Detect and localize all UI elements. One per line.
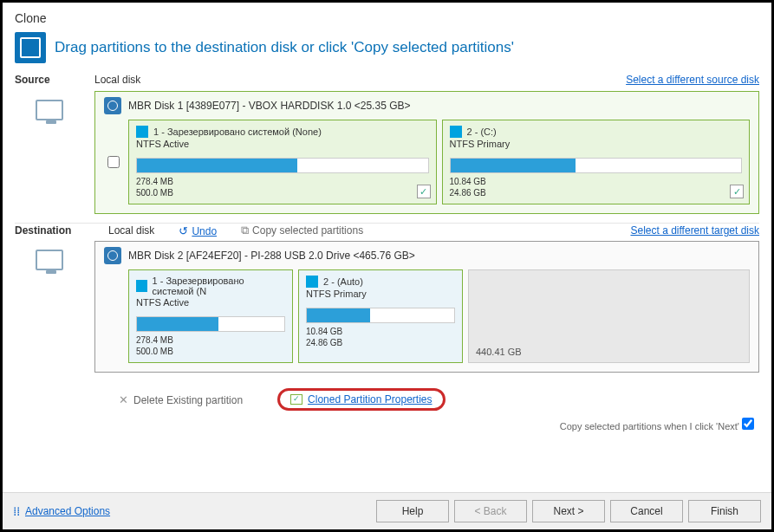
- back-button[interactable]: < Back: [454, 500, 527, 522]
- banner-text: Drag partitions to the destination disk …: [55, 39, 514, 56]
- destination-actions: ✕Delete Existing partition Cloned Partit…: [3, 381, 771, 412]
- partition-stats: 10.84 GB24.86 GB: [306, 327, 455, 348]
- partition-title: 1 - Зарезервировано системой (N: [153, 276, 285, 296]
- usage-bar: [136, 158, 429, 173]
- select-source-link[interactable]: Select a different source disk: [626, 74, 759, 86]
- windows-icon: [306, 276, 318, 288]
- partition-fs: NTFS Active: [136, 297, 285, 308]
- partition-stats: 278.4 MB500.0 MB: [136, 335, 285, 357]
- windows-icon: [136, 280, 147, 292]
- source-sub: Local disk: [94, 74, 140, 86]
- monitor-icon: [36, 250, 63, 270]
- destination-disk-title: MBR Disk 2 [AF24EF20] - PI-288 USB 2.0 D…: [104, 247, 750, 269]
- usage-bar: [136, 316, 285, 332]
- finish-button[interactable]: Finish: [688, 500, 761, 522]
- copy-hint: Copy selected partitions when I click 'N…: [3, 412, 771, 431]
- select-all-checkbox[interactable]: [107, 156, 120, 168]
- partition-title: 1 - Зарезервировано системой (None): [153, 127, 322, 137]
- usage-bar: [306, 308, 455, 323]
- destination-partition-2[interactable]: 2 - (Auto) NTFS Primary 10.84 GB24.86 GB: [298, 269, 463, 363]
- advanced-options-link[interactable]: Advanced Options: [25, 505, 110, 517]
- windows-icon: [136, 126, 148, 138]
- source-body: MBR Disk 1 [4389E077] - VBOX HARDDISK 1.…: [3, 88, 771, 223]
- copy-icon: ⧉: [241, 224, 249, 237]
- delete-existing-link[interactable]: ✕Delete Existing partition: [119, 393, 243, 406]
- partition-checked-icon[interactable]: ✓: [730, 185, 744, 198]
- partition-fs: NTFS Active: [136, 139, 429, 149]
- source-label: Source: [15, 74, 84, 86]
- copy-selected-link[interactable]: ⧉Copy selected partitions: [241, 224, 363, 237]
- hdd-icon: [104, 97, 121, 114]
- footer: ⁞⁞ Advanced Options Help < Back Next > C…: [3, 492, 771, 529]
- banner: Drag partitions to the destination disk …: [3, 29, 771, 72]
- source-disk-panel: MBR Disk 1 [4389E077] - VBOX HARDDISK 1.…: [94, 91, 759, 214]
- source-partition-2[interactable]: 2 - (C:) NTFS Primary 10.84 GB24.86 GB ✓: [442, 120, 751, 204]
- destination-disk-panel: MBR Disk 2 [AF24EF20] - PI-288 USB 2.0 D…: [94, 241, 759, 373]
- cloned-properties-highlight: Cloned Partition Properties: [277, 388, 445, 411]
- destination-disk-title-text: MBR Disk 2 [AF24EF20] - PI-288 USB 2.0 D…: [128, 250, 415, 262]
- clone-icon: [15, 32, 46, 63]
- window-title: Clone: [3, 3, 771, 29]
- help-button[interactable]: Help: [376, 500, 449, 522]
- close-icon: ✕: [119, 393, 128, 406]
- next-button[interactable]: Next >: [532, 500, 605, 522]
- monitor-icon: [36, 100, 63, 120]
- partition-fs: NTFS Primary: [306, 289, 455, 299]
- usage-bar: [450, 158, 743, 173]
- partition-title: 2 - (Auto): [323, 276, 363, 287]
- hdd-icon: [104, 247, 121, 264]
- destination-toolbar: Destination Local disk ↻Undo ⧉Copy selec…: [3, 224, 771, 237]
- copy-on-next-checkbox[interactable]: [742, 418, 754, 430]
- properties-icon: [290, 394, 302, 405]
- cancel-button[interactable]: Cancel: [610, 500, 683, 522]
- destination-label: Destination: [15, 224, 84, 237]
- destination-partition-1[interactable]: 1 - Зарезервировано системой (N NTFS Act…: [128, 269, 293, 363]
- destination-sub: Local disk: [108, 224, 154, 237]
- select-target-link[interactable]: Select a different target disk: [630, 224, 759, 237]
- source-disk-title: MBR Disk 1 [4389E077] - VBOX HARDDISK 1.…: [104, 97, 750, 120]
- undo-link[interactable]: ↻Undo: [179, 224, 217, 237]
- unallocated-space[interactable]: 440.41 GB: [468, 269, 750, 363]
- cloned-properties-link[interactable]: Cloned Partition Properties: [308, 393, 432, 405]
- partition-fs: NTFS Primary: [450, 139, 743, 149]
- partition-stats: 278.4 MB500.0 MB: [136, 177, 429, 198]
- source-header: Source Local disk Select a different sou…: [3, 72, 771, 88]
- partition-stats: 10.84 GB24.86 GB: [450, 177, 743, 198]
- source-disk-title-text: MBR Disk 1 [4389E077] - VBOX HARDDISK 1.…: [128, 100, 410, 112]
- source-partition-1[interactable]: 1 - Зарезервировано системой (None) NTFS…: [128, 120, 437, 204]
- partition-title: 2 - (C:): [467, 127, 497, 137]
- sliders-icon: ⁞⁞: [13, 504, 20, 518]
- destination-body: MBR Disk 2 [AF24EF20] - PI-288 USB 2.0 D…: [3, 237, 771, 381]
- undo-icon: ↻: [179, 224, 188, 237]
- partition-checked-icon[interactable]: ✓: [417, 185, 431, 198]
- windows-icon: [450, 126, 462, 138]
